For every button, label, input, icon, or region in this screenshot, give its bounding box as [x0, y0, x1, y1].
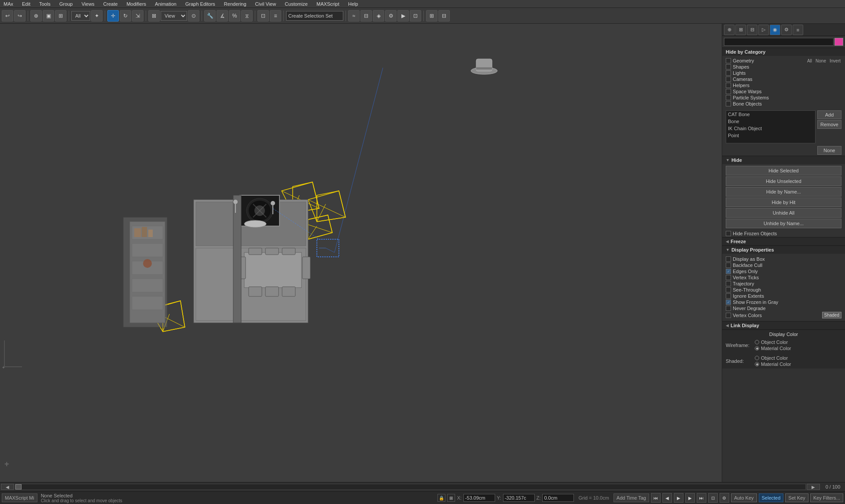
curve-editor-btn[interactable]: ≈ [348, 10, 360, 22]
percent-snap-btn[interactable]: % [229, 10, 240, 22]
panel-utilities-tab[interactable]: ⚙ [781, 25, 792, 35]
menu-maxscript[interactable]: MAXScript [315, 1, 341, 7]
extra1-btn[interactable]: ⊞ [426, 10, 437, 22]
hide-selected-btn[interactable]: Hide Selected [726, 166, 841, 175]
dp-check-show-frozen[interactable] [726, 299, 731, 305]
dp-check-vertex-colors[interactable] [726, 313, 731, 318]
time-config-btn[interactable]: ⚙ [720, 493, 729, 503]
pivot-btn[interactable]: ⊙ [188, 10, 199, 22]
menu-views[interactable]: Views [80, 1, 96, 7]
freeze-section-header[interactable]: ◀ Freeze [722, 237, 845, 245]
panel-hierarchy-tab[interactable]: ⊟ [747, 25, 757, 35]
go-end-btn[interactable]: ⏭ [697, 493, 706, 503]
unhide-all-btn[interactable]: Unhide All [726, 208, 841, 218]
menu-rendering[interactable]: Rendering [222, 1, 248, 7]
dp-check-edges-only[interactable] [726, 269, 731, 274]
menu-group[interactable]: Group [58, 1, 75, 7]
scale-btn[interactable]: ⇲ [132, 10, 143, 22]
list-item-bone[interactable]: Bone [726, 118, 815, 125]
key-filters-btn[interactable]: Key Filters... [810, 493, 843, 502]
next-frame-btn[interactable]: ▶ [685, 493, 695, 503]
dc-shaded-obj-radio[interactable] [755, 356, 759, 360]
mirror-btn[interactable]: ⊡ [257, 10, 269, 22]
snaps-toggle-btn[interactable]: 🔧 [204, 10, 216, 22]
hbc-check-helpers[interactable] [726, 83, 731, 88]
none-btn[interactable]: None [817, 146, 841, 155]
dp-check-display-as-box[interactable] [726, 256, 731, 262]
remove-btn[interactable]: Remove [817, 120, 841, 129]
list-item-point[interactable]: Point [726, 132, 815, 139]
list-item-catbone[interactable]: CAT Bone [726, 111, 815, 118]
dp-check-ignore-extents[interactable] [726, 293, 731, 299]
panel-extra-btn[interactable]: ≡ [793, 25, 803, 35]
panel-display-tab[interactable]: ◉ [770, 25, 780, 35]
hide-unselected-btn[interactable]: Hide Unselected [726, 176, 841, 186]
x-input[interactable] [463, 494, 495, 502]
timeline-arrow-left[interactable]: ◀ [1, 484, 14, 490]
unhide-by-name-btn[interactable]: Unhide by Name... [726, 219, 841, 228]
menu-edit[interactable]: Edit [20, 1, 32, 7]
color-swatch-btn[interactable] [834, 38, 843, 46]
select-region-btn[interactable]: ▣ [43, 10, 54, 22]
panel-motion-tab[interactable]: ▷ [758, 25, 769, 35]
play-btn[interactable]: ▶ [674, 493, 683, 503]
hbc-check-spacewarps[interactable] [726, 89, 731, 94]
render-last-btn[interactable]: ⊡ [410, 10, 421, 22]
add-btn[interactable]: Add [817, 110, 841, 119]
hide-frozen-check[interactable] [726, 231, 731, 236]
hide-section-header[interactable]: ▼ Hide [722, 156, 845, 164]
menu-create[interactable]: Create [101, 1, 119, 7]
schematic-btn[interactable]: ⊟ [360, 10, 372, 22]
filter-dropdown[interactable]: All [71, 11, 90, 21]
go-start-btn[interactable]: ⏮ [651, 493, 661, 503]
dp-check-never-degrade[interactable] [726, 306, 731, 311]
viewport-lock-btn[interactable]: ⊞ [447, 494, 455, 502]
dc-wireframe-mat-radio[interactable] [755, 346, 759, 351]
display-props-header[interactable]: ▼ Display Properties [722, 245, 845, 254]
hbc-check-lights[interactable] [726, 70, 731, 76]
dp-check-backface-cull[interactable] [726, 263, 731, 268]
dp-check-vertex-ticks[interactable] [726, 275, 731, 280]
z-input[interactable] [542, 494, 574, 502]
hide-by-name-btn[interactable]: Hide by Name... [726, 187, 841, 197]
align-btn[interactable]: ≡ [270, 10, 281, 22]
extra2-btn[interactable]: ⊟ [438, 10, 450, 22]
lock-btn[interactable]: 🔒 [437, 494, 445, 502]
y-input[interactable] [503, 494, 535, 502]
panel-create-tab[interactable]: ⊕ [724, 25, 735, 35]
timeline-arrow-right[interactable]: ▶ [807, 484, 820, 490]
add-time-tag-btn[interactable]: Add Time Tag [614, 493, 649, 502]
render-setup-btn[interactable]: ⚙ [385, 10, 397, 22]
dp-shaded-btn[interactable]: Shaded [822, 312, 841, 318]
dp-check-trajectory[interactable] [726, 281, 731, 286]
auto-key-btn[interactable]: Auto Key [731, 493, 757, 502]
hide-by-hit-btn[interactable]: Hide by Hit [726, 197, 841, 207]
angle-snap-btn[interactable]: ∡ [217, 10, 228, 22]
create-selection-input[interactable] [286, 11, 343, 21]
hide-by-category-header[interactable]: Hide by Category [722, 47, 845, 56]
menu-help[interactable]: Help [346, 1, 360, 7]
maxscript-btn[interactable]: MAXScript Mi [2, 493, 37, 502]
panel-search-input[interactable] [724, 38, 834, 46]
timeline-scrubber[interactable] [15, 484, 806, 490]
panel-modify-tab[interactable]: ⊞ [735, 25, 746, 35]
redo-btn[interactable]: ↪ [14, 10, 26, 22]
dc-wireframe-obj-radio[interactable] [755, 340, 759, 344]
menu-customize[interactable]: Customize [283, 1, 309, 7]
material-editor-btn[interactable]: ◈ [373, 10, 384, 22]
hbc-check-bone[interactable] [726, 101, 731, 106]
menu-civil-view[interactable]: Civil View [254, 1, 278, 7]
menu-tools[interactable]: Tools [37, 1, 52, 7]
set-key-btn[interactable]: Set Key [785, 493, 808, 502]
menu-modifiers[interactable]: Modifiers [125, 1, 148, 7]
select-move-btn[interactable]: ✛ [107, 10, 119, 22]
hbc-check-particles[interactable] [726, 95, 731, 100]
viewport[interactable]: [+] [Perspective] [Shaded] [0, 24, 722, 482]
menu-max[interactable]: MAx [2, 1, 15, 7]
undo-btn[interactable]: ↩ [2, 10, 13, 22]
hbc-invert-btn[interactable]: Invert [829, 58, 841, 63]
scene-svg[interactable]: + [0, 24, 722, 482]
reference-coord-btn[interactable]: ⊠ [148, 10, 160, 22]
menu-graph-editors[interactable]: Graph Editors [184, 1, 217, 7]
selected-indicator[interactable]: Selected [759, 493, 784, 502]
